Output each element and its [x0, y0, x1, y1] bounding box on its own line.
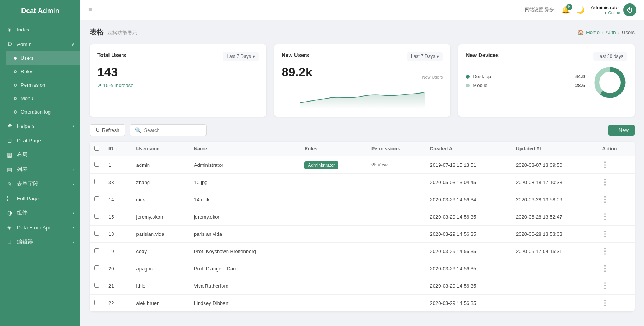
stat-filter-total[interactable]: Last 7 Days ▾ [223, 52, 258, 61]
notification-icon[interactable]: 🔔 5 [562, 6, 570, 14]
sort-icon: ↑ [543, 146, 545, 151]
action-dots-icon [604, 265, 606, 272]
row-checkbox-cell[interactable] [90, 208, 104, 226]
row-action-menu[interactable] [602, 247, 630, 255]
sidebar-item-admin[interactable]: ⚙ Admin ∨ [0, 37, 80, 51]
form-icon: ✎ [6, 181, 13, 188]
donut-legend: Desktop 44.9 Mobile 28.6 [466, 74, 585, 91]
sidebar-item-helpers[interactable]: ❖ Helpers ‹ [0, 119, 80, 133]
breadcrumb-home[interactable]: Home [586, 30, 600, 35]
search-input[interactable] [144, 127, 202, 133]
th-permissions[interactable]: Permissions [367, 142, 426, 156]
sidebar-item-label: Full Page [17, 196, 39, 201]
row-action-menu[interactable] [602, 230, 630, 238]
theme-toggle-icon[interactable]: 🌙 [576, 6, 585, 14]
site-settings-link[interactable]: 网站设置(异步) [525, 7, 555, 13]
row-permission [367, 277, 426, 295]
sidebar-item-label: 列表 [17, 166, 28, 173]
row-action[interactable] [597, 208, 635, 226]
new-button[interactable]: + New [608, 125, 635, 136]
row-action[interactable] [597, 156, 635, 174]
chevron-left-icon: ‹ [73, 240, 74, 244]
sidebar-item-data-api[interactable]: ◈ Data From Api ‹ [0, 220, 80, 235]
row-action-menu[interactable] [602, 299, 630, 307]
table-head: ID ↑ Username Name Roles Permissions Cre… [90, 142, 635, 156]
row-id: 20 [104, 260, 132, 277]
row-checkbox[interactable] [94, 283, 99, 288]
permission-view[interactable]: 👁 View [371, 162, 421, 168]
row-checkbox-cell[interactable] [90, 260, 104, 277]
stat-value-total: 143 [97, 65, 259, 79]
row-role [300, 174, 367, 191]
row-name: 10.jpg [189, 174, 300, 191]
full-page-icon: ⛶ [6, 195, 13, 202]
row-action-menu[interactable] [602, 282, 630, 290]
row-checkbox-cell[interactable] [90, 277, 104, 295]
row-checkbox-cell[interactable] [90, 174, 104, 191]
row-action[interactable] [597, 243, 635, 260]
components-icon: ◑ [6, 209, 13, 216]
row-checkbox[interactable] [94, 196, 99, 201]
row-checkbox-cell[interactable] [90, 295, 104, 312]
sidebar-item-permission[interactable]: Permission [6, 78, 80, 92]
sidebar-item-form-field[interactable]: ✎ 表单字段 ‹ [0, 177, 80, 191]
row-action[interactable] [597, 260, 635, 277]
row-checkbox[interactable] [94, 179, 99, 184]
row-checkbox[interactable] [94, 214, 99, 219]
hamburger-icon[interactable]: ≡ [88, 6, 92, 14]
mobile-label: Mobile [473, 82, 487, 88]
row-action-menu[interactable] [602, 264, 630, 273]
th-updated-at[interactable]: Updated At ↑ [511, 142, 597, 156]
stat-filter-new[interactable]: Last 7 Days ▾ [407, 52, 443, 61]
search-box[interactable]: 🔍 [130, 124, 207, 136]
row-id: 22 [104, 295, 132, 312]
row-role [300, 295, 367, 312]
row-created-at: 2019-07-18 15:13:51 [426, 156, 511, 174]
row-action-menu[interactable] [602, 195, 630, 204]
row-action[interactable] [597, 226, 635, 243]
sidebar-item-layout[interactable]: ▦ 布局 [0, 148, 80, 162]
th-roles[interactable]: Roles [300, 142, 367, 156]
sidebar-item-operation-log[interactable]: Operation log [6, 105, 80, 119]
row-action-menu[interactable] [602, 212, 630, 221]
row-action[interactable] [597, 191, 635, 208]
sidebar-item-roles[interactable]: Roles [6, 65, 80, 78]
row-action[interactable] [597, 174, 635, 191]
breadcrumb-current: Users [622, 30, 635, 35]
sidebar-item-list[interactable]: ▤ 列表 ‹ [0, 162, 80, 177]
row-checkbox-cell[interactable] [90, 226, 104, 243]
breadcrumb-auth[interactable]: Auth [606, 30, 616, 35]
select-all-checkbox[interactable] [94, 146, 99, 151]
stat-card-new-users: New Users Last 7 Days ▾ 89.2k New Users [274, 44, 451, 117]
stat-title: Total Users [97, 52, 126, 58]
row-checkbox[interactable] [94, 248, 99, 253]
row-role: Administrator [300, 156, 367, 174]
th-username[interactable]: Username [132, 142, 189, 156]
row-checkbox-cell[interactable] [90, 156, 104, 174]
sidebar-item-dcat-page[interactable]: ◻ Dcat Page [0, 133, 80, 148]
sidebar-item-full-page[interactable]: ⛶ Full Page [0, 191, 80, 206]
sidebar-item-components[interactable]: ◑ 组件 ‹ [0, 206, 80, 220]
refresh-button[interactable]: ↻ Refresh [90, 124, 125, 136]
row-checkbox-cell[interactable] [90, 243, 104, 260]
row-action-menu[interactable] [602, 161, 630, 169]
stat-filter-devices[interactable]: Last 30 days [593, 52, 627, 61]
th-created-at[interactable]: Created At [426, 142, 511, 156]
sidebar-item-users[interactable]: Users [6, 51, 80, 65]
row-checkbox-cell[interactable] [90, 191, 104, 208]
row-name: jeremy.okon [189, 208, 300, 226]
sidebar-item-menu[interactable]: Menu [6, 92, 80, 105]
th-id[interactable]: ID ↑ [104, 142, 132, 156]
row-checkbox[interactable] [94, 231, 99, 236]
row-action[interactable] [597, 295, 635, 312]
row-action-menu[interactable] [602, 178, 630, 186]
row-checkbox[interactable] [94, 300, 99, 305]
row-action[interactable] [597, 277, 635, 295]
th-checkbox[interactable] [90, 142, 104, 156]
row-checkbox[interactable] [94, 265, 99, 270]
sidebar-item-index[interactable]: ◈ Index [0, 22, 80, 37]
row-updated-at: 2020-08-18 17:10:33 [511, 174, 597, 191]
row-checkbox[interactable] [94, 162, 99, 167]
sidebar-item-editor[interactable]: ⊔ 编辑器 ‹ [0, 235, 80, 249]
th-name[interactable]: Name [189, 142, 300, 156]
